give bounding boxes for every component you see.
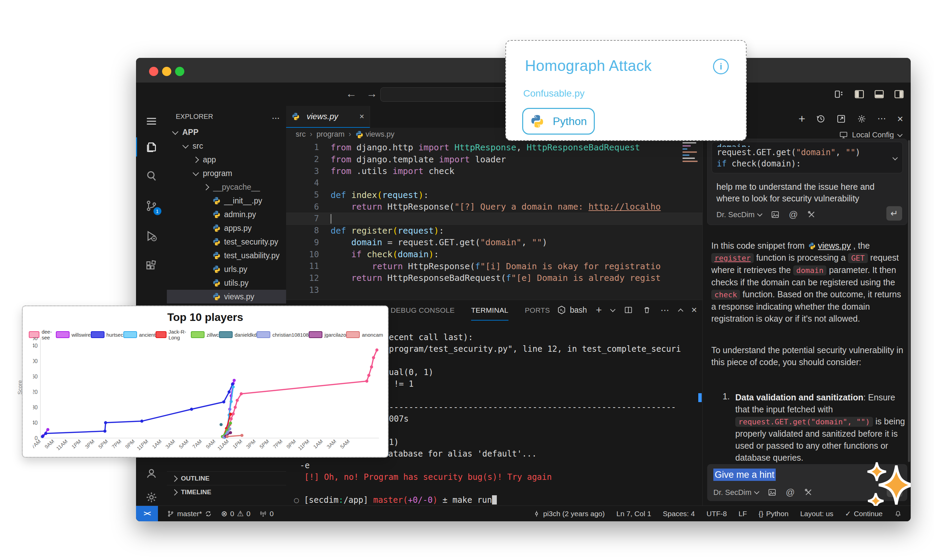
toggle-secondary-sidebar-icon[interactable] xyxy=(894,89,905,100)
tree-item-views.py[interactable]: views.py xyxy=(167,290,286,303)
svg-text:1AM: 1AM xyxy=(151,438,163,450)
tree-item-test_security.py[interactable]: test_security.py xyxy=(167,235,286,249)
attach-image-icon[interactable] xyxy=(771,210,780,219)
commit-status[interactable]: pi3ch (2 years ago) xyxy=(533,510,605,518)
code-line-12[interactable]: 12 return HttpResponseBadRequest(f"[e] D… xyxy=(286,272,702,284)
code-line-10[interactable]: 10 if check(domain): xyxy=(286,248,702,260)
notifications-bell-icon[interactable] xyxy=(894,510,902,517)
chevron-right-icon xyxy=(203,184,209,190)
chat-input-text[interactable]: Give me a hint xyxy=(713,469,776,480)
code-line-6[interactable]: 6 return HttpResponse("[?] Query a domai… xyxy=(286,201,702,213)
tree-item-src[interactable]: src xyxy=(167,139,286,153)
new-chat-icon[interactable]: + xyxy=(799,112,806,125)
customize-layout-icon[interactable] xyxy=(834,89,845,100)
remote-indicator[interactable]: >< xyxy=(136,506,158,521)
ports-status[interactable]: 0 xyxy=(259,510,274,518)
toggle-sidebar-icon[interactable] xyxy=(854,89,865,100)
info-icon[interactable]: i xyxy=(713,58,729,74)
svg-text:200: 200 xyxy=(33,358,38,364)
eol[interactable]: LF xyxy=(739,510,747,518)
run-debug-icon[interactable] xyxy=(136,224,167,248)
mention-icon[interactable]: @ xyxy=(789,209,798,220)
tab-views-py[interactable]: views.py × xyxy=(286,106,370,128)
tools-icon[interactable] xyxy=(807,210,816,219)
tree-item-__pycache__[interactable]: __pycache__ xyxy=(167,180,286,194)
file-tree: APPsrcappprogram__pycache____init__.pyad… xyxy=(167,125,286,303)
explorer-more-icon[interactable]: ... xyxy=(272,113,280,120)
terminal-scroll-marker xyxy=(698,393,702,402)
code-line-13[interactable]: 13 xyxy=(286,284,702,296)
code-line-9[interactable]: 9 domain = request.GET.get("domain", "") xyxy=(286,237,702,249)
svg-text:5AM: 5AM xyxy=(178,438,189,450)
layout-status[interactable]: Layout: us xyxy=(800,510,833,518)
back-icon[interactable]: ← xyxy=(344,87,358,100)
explorer-icon[interactable] xyxy=(136,135,167,159)
svg-text:7PM: 7PM xyxy=(272,438,283,450)
outline-section[interactable]: OUTLINE xyxy=(167,471,286,485)
code-line-2[interactable]: 2from django.template import loader xyxy=(286,154,702,165)
attach-image-icon[interactable] xyxy=(768,488,777,497)
tree-item-admin.py[interactable]: admin.py xyxy=(167,208,286,221)
chat-more-icon[interactable]: ⋯ xyxy=(877,113,887,124)
account-icon[interactable] xyxy=(136,462,167,485)
chat-close-icon[interactable]: × xyxy=(897,113,903,125)
code-line-4[interactable]: 4 xyxy=(286,177,702,189)
mention-icon[interactable]: @ xyxy=(786,487,794,498)
minimize-window-button[interactable] xyxy=(162,67,171,76)
context-code-snippet[interactable]: domain: request.GET.get("domain", "") if… xyxy=(712,142,903,173)
model-selector[interactable]: Dr. SecDim xyxy=(716,210,762,219)
continue-status[interactable]: ✓Continue xyxy=(845,510,883,518)
menu-icon[interactable] xyxy=(136,109,167,133)
code-line-8[interactable]: 8def register(request): xyxy=(286,225,702,237)
code-line-1[interactable]: 1from django.http import HttpResponse, H… xyxy=(286,142,702,154)
tree-item-APP[interactable]: APP xyxy=(167,125,286,139)
close-tab-icon[interactable]: × xyxy=(359,112,364,121)
code-line-5[interactable]: 5def index(request): xyxy=(286,189,702,201)
code-line-7[interactable]: 7 xyxy=(286,213,702,225)
close-window-button[interactable] xyxy=(149,67,158,76)
challenge-file[interactable]: Confusable.py xyxy=(523,88,585,99)
language-mode[interactable]: {}Python xyxy=(759,510,788,518)
file-reference[interactable]: views.py xyxy=(807,241,851,250)
code-line-3[interactable]: 3from .utils import check xyxy=(286,165,702,177)
tree-item-test_usability.py[interactable]: test_usability.py xyxy=(167,249,286,262)
code-line-11[interactable]: 11 return HttpResponse(f"[i] Domain is o… xyxy=(286,260,702,272)
python-file-icon xyxy=(212,265,221,273)
tree-item-utils.py[interactable]: utils.py xyxy=(167,276,286,290)
chat-settings-gear-icon[interactable] xyxy=(857,114,867,124)
tree-item-program[interactable]: program xyxy=(167,166,286,180)
svg-text:11AM: 11AM xyxy=(55,438,69,451)
toggle-panel-icon[interactable] xyxy=(874,89,885,100)
branch-status[interactable]: master* xyxy=(167,510,212,518)
extensions-icon[interactable] xyxy=(136,254,167,278)
tools-icon[interactable] xyxy=(804,488,813,497)
search-icon[interactable] xyxy=(136,164,167,188)
tree-item-urls.py[interactable]: urls.py xyxy=(167,262,286,276)
terminal-prompt[interactable]: ○ [secdim:/app] master(+0/-0) ± make run xyxy=(294,495,497,505)
send-icon[interactable]: ↵ xyxy=(886,206,902,221)
history-icon[interactable] xyxy=(816,114,826,124)
code-editor[interactable]: 1from django.http import HttpResponse, H… xyxy=(286,142,702,296)
indentation[interactable]: Spaces: 4 xyxy=(663,510,695,518)
tree-item-app[interactable]: app xyxy=(167,153,286,166)
cursor-position[interactable]: Ln 7, Col 1 xyxy=(616,510,651,518)
forward-icon[interactable]: → xyxy=(365,87,379,100)
encoding[interactable]: UTF-8 xyxy=(706,510,727,518)
assistant-response-paragraph: To understand the potential security vul… xyxy=(711,344,906,368)
tree-item-__init__.py[interactable]: __init__.py xyxy=(167,194,286,208)
python-file-icon xyxy=(212,279,221,287)
source-control-icon[interactable]: 1 xyxy=(136,194,167,218)
minimap[interactable] xyxy=(683,137,699,164)
tree-item-apps.py[interactable]: apps.py xyxy=(167,221,286,235)
timeline-section[interactable]: TIMELINE xyxy=(167,485,286,499)
model-selector[interactable]: Dr. SecDim xyxy=(713,488,759,497)
config-selector[interactable]: Local Config xyxy=(839,131,902,139)
no-icon xyxy=(204,268,208,271)
chat-panel: + ⋯ × Local Config domain: request.GET.g… xyxy=(702,106,911,506)
open-in-editor-icon[interactable] xyxy=(836,114,846,124)
svg-text:11AM: 11AM xyxy=(216,438,230,451)
python-logo-icon xyxy=(530,114,545,128)
chat-scrollbar[interactable] xyxy=(908,140,910,462)
problems-status[interactable]: ⊗0 ⚠0 xyxy=(221,509,251,518)
maximize-window-button[interactable] xyxy=(175,67,184,76)
